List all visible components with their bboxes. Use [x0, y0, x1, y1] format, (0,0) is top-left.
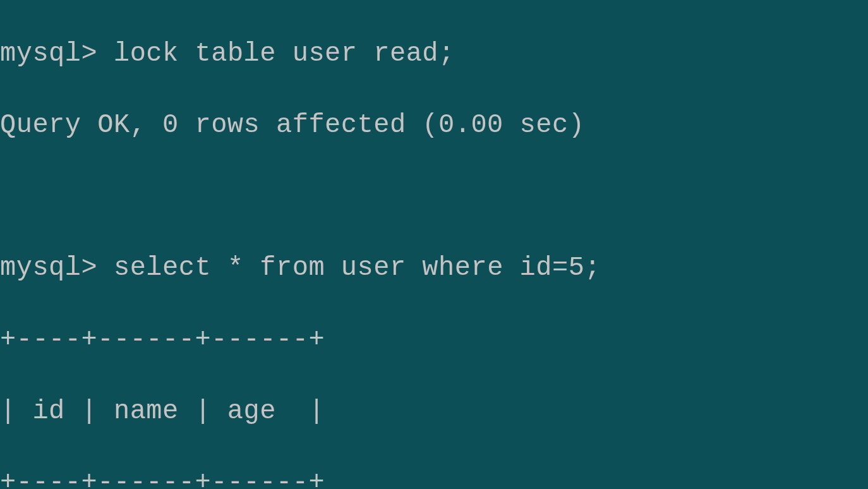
command-line-1: mysql> lock table user read; — [0, 36, 868, 72]
query-response-1: Query OK, 0 rows affected (0.00 sec) — [0, 107, 868, 143]
blank-line — [0, 179, 868, 214]
prompt: mysql> — [0, 253, 97, 283]
command-text: select * from user where id=5; — [114, 253, 601, 283]
command-line-2: mysql> select * from user where id=5; — [0, 250, 868, 286]
command-text: lock table user read; — [114, 39, 455, 69]
prompt: mysql> — [0, 39, 97, 69]
table-header: | id | name | age | — [0, 394, 868, 430]
table-border-top: +----+------+------+ — [0, 322, 868, 358]
terminal-output[interactable]: mysql> lock table user read; Query OK, 0… — [0, 0, 868, 489]
table-border-mid: +----+------+------+ — [0, 465, 868, 489]
